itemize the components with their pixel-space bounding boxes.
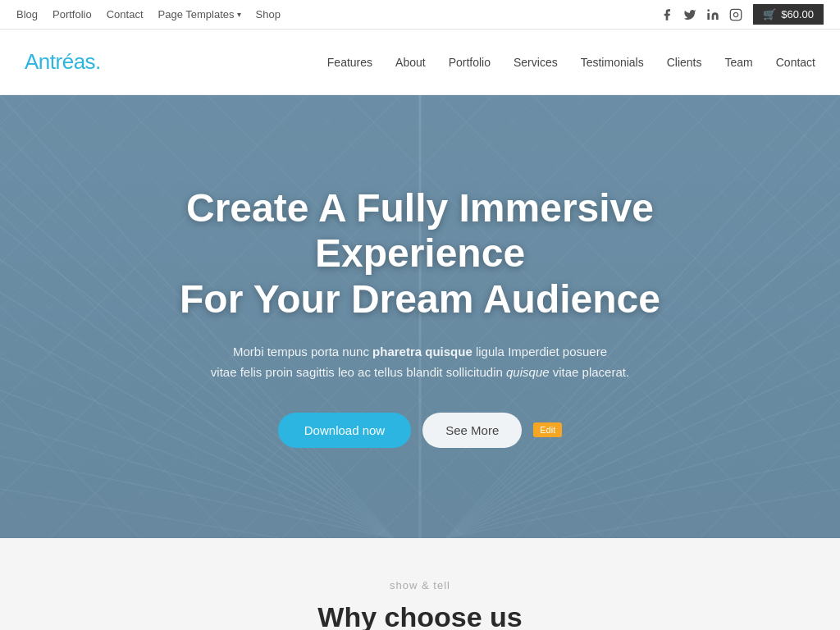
- nav-about[interactable]: About: [395, 52, 426, 73]
- site-logo[interactable]: Antréas.: [25, 49, 101, 75]
- nav-team[interactable]: Team: [725, 52, 753, 73]
- hero-subtitle-bold: pharetra quisque: [372, 345, 472, 358]
- blog-link[interactable]: Blog: [16, 8, 38, 21]
- instagram-icon[interactable]: [728, 7, 743, 22]
- linkedin-icon[interactable]: [705, 7, 720, 22]
- twitter-icon[interactable]: [682, 7, 697, 22]
- page-templates-label: Page Templates: [158, 8, 235, 21]
- hero-subtitle-italic: quisque: [506, 365, 550, 379]
- main-navigation: Antréas. Features About Portfolio Servic…: [0, 30, 840, 95]
- hero-subtitle-plain3: vitae placerat.: [550, 365, 630, 379]
- chevron-down-icon: ▾: [237, 10, 241, 19]
- hero-section: Create A Fully Immersive ExperienceFor Y…: [0, 95, 840, 538]
- contact-link[interactable]: Contact: [107, 8, 144, 21]
- section-heading: Why choose us: [16, 601, 824, 630]
- social-icons: [660, 7, 743, 22]
- download-now-button[interactable]: Download now: [278, 413, 411, 448]
- top-bar-right: 🛒 $60.00: [660, 4, 824, 25]
- page-templates-dropdown[interactable]: Page Templates ▾: [158, 8, 241, 21]
- nav-testimonials[interactable]: Testimonials: [581, 52, 644, 73]
- facebook-icon[interactable]: [660, 7, 674, 22]
- hero-content: Create A Fully Immersive ExperienceFor Y…: [51, 185, 789, 448]
- below-hero-section: show & tell Why choose us: [0, 538, 840, 630]
- tagline: show & tell: [16, 579, 824, 591]
- hero-title: Create A Fully Immersive ExperienceFor Y…: [100, 185, 740, 322]
- shop-link[interactable]: Shop: [256, 8, 281, 21]
- main-nav-links: Features About Portfolio Services Testim…: [327, 52, 815, 73]
- nav-portfolio[interactable]: Portfolio: [449, 52, 491, 73]
- svg-point-0: [708, 9, 710, 11]
- portfolio-link[interactable]: Portfolio: [52, 8, 92, 21]
- cart-icon: 🛒: [763, 8, 776, 21]
- see-more-button[interactable]: See More: [422, 413, 522, 448]
- top-bar-left: Blog Portfolio Contact Page Templates ▾ …: [16, 8, 281, 21]
- hero-buttons: Download now See More Edit: [100, 413, 740, 448]
- hero-subtitle-plain1: Morbi tempus porta nunc: [233, 345, 372, 358]
- hero-subtitle: Morbi tempus porta nunc pharetra quisque…: [100, 341, 740, 383]
- logo-dot: .: [95, 49, 101, 74]
- nav-services[interactable]: Services: [514, 52, 558, 73]
- nav-features[interactable]: Features: [327, 52, 372, 73]
- cart-amount: $60.00: [781, 8, 814, 21]
- svg-rect-1: [731, 9, 742, 20]
- nav-clients[interactable]: Clients: [667, 52, 702, 73]
- cart-button[interactable]: 🛒 $60.00: [753, 4, 824, 25]
- nav-contact[interactable]: Contact: [776, 52, 815, 73]
- top-bar: Blog Portfolio Contact Page Templates ▾ …: [0, 0, 840, 30]
- logo-text: Antréas: [25, 49, 95, 74]
- edit-badge[interactable]: Edit: [533, 422, 562, 437]
